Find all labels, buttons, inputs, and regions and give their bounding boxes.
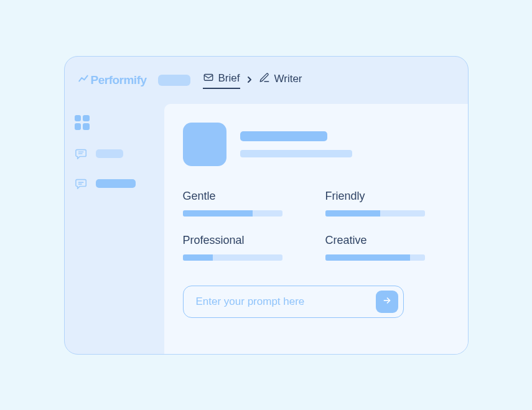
content: Gentle Friendly Professional bbox=[164, 104, 468, 354]
topbar: Performify Brief bbox=[65, 57, 468, 104]
slider-friendly-label: Friendly bbox=[325, 190, 443, 203]
slider-professional-label: Professional bbox=[183, 234, 301, 247]
svg-rect-0 bbox=[204, 74, 213, 80]
send-button[interactable] bbox=[376, 291, 398, 313]
sidebar-item-1-label bbox=[96, 149, 123, 158]
logo: Performify bbox=[78, 73, 147, 87]
slider-creative-track bbox=[325, 254, 425, 261]
avatar bbox=[183, 123, 226, 166]
slider-creative-label: Creative bbox=[325, 234, 443, 247]
slider-professional-fill bbox=[183, 254, 213, 261]
title-placeholder bbox=[240, 131, 327, 141]
sidebar-item-1[interactable] bbox=[75, 147, 154, 160]
logo-mark-icon bbox=[78, 73, 88, 87]
prompt-placeholder: Enter your prompt here bbox=[196, 296, 376, 308]
pen-icon bbox=[259, 72, 270, 86]
slider-friendly-fill bbox=[325, 210, 380, 217]
tone-sliders: Gentle Friendly Professional bbox=[183, 190, 443, 261]
prompt-input[interactable]: Enter your prompt here bbox=[183, 286, 404, 318]
breadcrumb-brief-label: Brief bbox=[218, 72, 240, 85]
body: Gentle Friendly Professional bbox=[65, 104, 468, 354]
top-placeholder bbox=[158, 75, 190, 86]
slider-creative[interactable]: Creative bbox=[325, 234, 443, 261]
breadcrumb-writer[interactable]: Writer bbox=[259, 72, 302, 88]
note-icon bbox=[75, 147, 88, 160]
slider-creative-fill bbox=[325, 254, 410, 261]
breadcrumb-writer-label: Writer bbox=[274, 73, 302, 85]
arrow-right-icon bbox=[381, 295, 393, 309]
sidebar-item-2[interactable] bbox=[75, 177, 154, 190]
breadcrumb-brief[interactable]: Brief bbox=[203, 72, 240, 89]
logo-text: Performify bbox=[91, 73, 147, 87]
card-header bbox=[183, 123, 443, 166]
slider-professional-track bbox=[183, 254, 282, 261]
dashboard-icon[interactable] bbox=[75, 115, 90, 130]
slider-professional[interactable]: Professional bbox=[183, 234, 301, 261]
sidebar-item-2-label bbox=[96, 179, 136, 188]
sidebar bbox=[65, 104, 164, 354]
subtitle-placeholder bbox=[240, 150, 352, 157]
chevron-right-icon bbox=[246, 75, 253, 85]
envelope-icon bbox=[203, 72, 214, 86]
slider-gentle-label: Gentle bbox=[183, 190, 301, 203]
breadcrumb: Brief Writer bbox=[203, 72, 302, 89]
slider-gentle[interactable]: Gentle bbox=[183, 190, 301, 217]
chat-icon bbox=[75, 177, 88, 190]
slider-gentle-track bbox=[183, 210, 282, 217]
card-lines bbox=[240, 131, 352, 157]
app-window: Performify Brief bbox=[64, 56, 469, 355]
slider-gentle-fill bbox=[183, 210, 253, 217]
slider-friendly[interactable]: Friendly bbox=[325, 190, 443, 217]
slider-friendly-track bbox=[325, 210, 425, 217]
